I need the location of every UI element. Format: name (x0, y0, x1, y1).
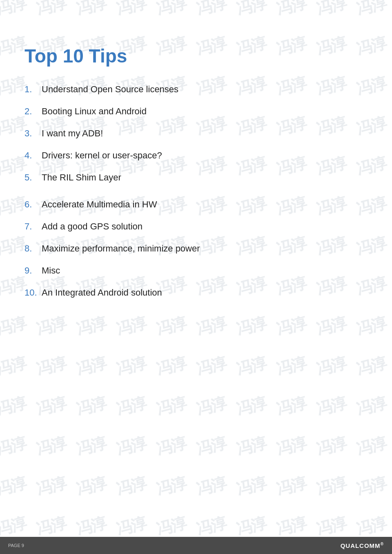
list-item: 2.Booting Linux and Android (24, 106, 368, 117)
tip-number: 2. (24, 106, 42, 117)
main-content: Top 10 Tips 1.Understand Open Source lic… (0, 0, 392, 334)
list-item: 4.Drivers: kernel or user-space? (24, 150, 368, 161)
list-item: 5.The RIL Shim Layer (24, 172, 368, 183)
company-logo: QUALCOMM® (341, 542, 384, 549)
tip-number: 1. (24, 84, 42, 95)
tip-number: 4. (24, 150, 42, 161)
page-number: PAGE 9 (8, 543, 24, 548)
list-item: 1.Understand Open Source licenses (24, 84, 368, 95)
tip-number: 10. (24, 287, 42, 298)
page-title: Top 10 Tips (24, 45, 368, 67)
tip-text: The RIL Shim Layer (42, 172, 121, 183)
tip-number: 6. (24, 199, 42, 210)
tip-text: Booting Linux and Android (42, 106, 147, 117)
tip-text: Drivers: kernel or user-space? (42, 150, 162, 161)
tip-text: Understand Open Source licenses (42, 84, 178, 95)
tips-list: 1.Understand Open Source licenses2.Booti… (24, 84, 368, 298)
tip-number: 8. (24, 243, 42, 254)
tip-text: I want my ADB! (42, 128, 103, 139)
tip-text: An Integrated Android solution (42, 287, 162, 298)
tip-number: 9. (24, 265, 42, 276)
tip-number: 3. (24, 128, 42, 139)
footer: PAGE 9 QUALCOMM® (0, 537, 392, 554)
list-item: 9.Misc (24, 265, 368, 276)
tip-text: Maximize performance, minimize power (42, 243, 200, 254)
tip-text: Misc (42, 265, 60, 276)
tip-number: 7. (24, 221, 42, 232)
list-item: 3.I want my ADB! (24, 128, 368, 139)
tip-text: Add a good GPS solution (42, 221, 143, 232)
tip-text: Accelerate Multimedia in HW (42, 199, 157, 210)
list-item: 6.Accelerate Multimedia in HW (24, 199, 368, 210)
list-item: 10.An Integrated Android solution (24, 287, 368, 298)
tip-number: 5. (24, 172, 42, 183)
list-item: 7.Add a good GPS solution (24, 221, 368, 232)
list-item: 8.Maximize performance, minimize power (24, 243, 368, 254)
